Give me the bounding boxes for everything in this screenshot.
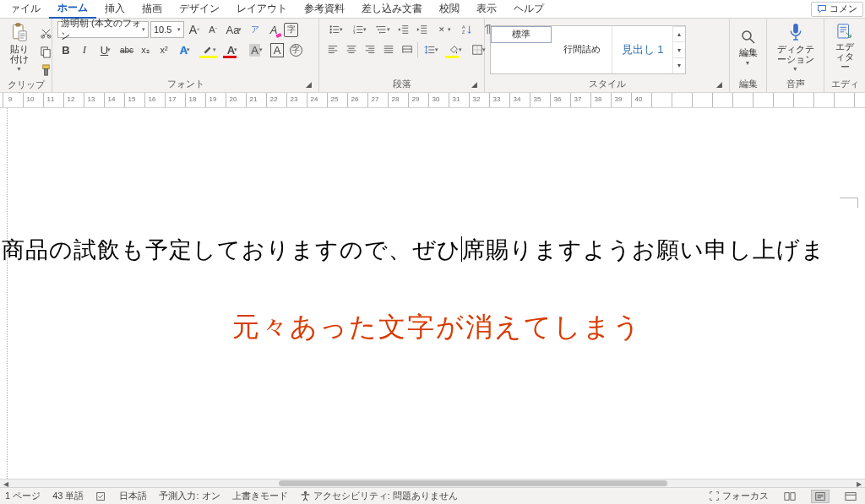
dialog-launcher-icon[interactable]: ◢	[469, 80, 479, 90]
status-page[interactable]: 1 ページ	[5, 490, 41, 502]
tab-design[interactable]: デザイン	[171, 0, 228, 18]
status-overwrite[interactable]: 上書きモード	[232, 490, 288, 502]
tab-help[interactable]: ヘルプ	[505, 0, 552, 18]
style-gallery-scroll[interactable]: ▴ ▾ ▾	[673, 26, 685, 73]
tab-draw[interactable]: 描画	[133, 0, 171, 18]
tab-layout[interactable]: レイアウト	[228, 0, 296, 18]
cut-button[interactable]	[37, 24, 54, 41]
editing-button[interactable]: 編集 ▼	[734, 21, 763, 73]
dictation-label: ディクテーション	[775, 44, 816, 64]
chevron-down-icon: ▾	[177, 26, 181, 33]
align-center-button[interactable]	[343, 41, 360, 58]
highlight-button[interactable]: ▾	[198, 41, 220, 58]
dialog-launcher-icon[interactable]: ◢	[303, 80, 313, 90]
clear-format-button[interactable]: A	[265, 21, 282, 38]
chevron-down-icon[interactable]: ▾	[673, 41, 685, 57]
svg-point-10	[329, 25, 331, 27]
tab-insert[interactable]: 挿入	[96, 0, 133, 18]
italic-button[interactable]: I	[76, 41, 93, 58]
paste-icon	[9, 23, 30, 42]
font-name-select[interactable]: 游明朝 (本文のフォン▾	[57, 21, 149, 38]
line-spacing-button[interactable]: ▾	[420, 41, 442, 58]
group-editing: 編集 ▼ 編集	[730, 19, 767, 92]
svg-text:✕: ✕	[438, 25, 444, 34]
style-heading1[interactable]: 見出し 1	[612, 26, 673, 73]
svg-rect-8	[44, 68, 47, 75]
char-border-button[interactable]: A	[269, 41, 286, 58]
text-direction-button[interactable]: ✕▾	[432, 21, 454, 38]
shading-button[interactable]: ▾	[443, 41, 465, 58]
svg-text:3: 3	[352, 30, 355, 35]
chevron-up-icon[interactable]: ▴	[673, 26, 685, 42]
distribute-button[interactable]	[399, 41, 416, 58]
format-painter-button[interactable]	[37, 62, 54, 79]
svg-point-17	[378, 29, 379, 30]
dialog-launcher-icon[interactable]: ◢	[714, 80, 724, 90]
circled-char-button[interactable]: 字	[287, 41, 304, 58]
svg-rect-6	[43, 49, 50, 57]
numbering-button[interactable]: 123▾	[348, 21, 370, 38]
font-size-select[interactable]: 10.5▾	[150, 21, 184, 38]
status-words[interactable]: 43 単語	[52, 490, 84, 502]
tab-home[interactable]: ホーム	[49, 0, 96, 19]
strike-button[interactable]: abc	[118, 41, 135, 58]
svg-rect-7	[42, 64, 49, 68]
shrink-font-button[interactable]: Aˇ	[204, 21, 221, 38]
horizontal-scrollbar[interactable]: ◀ ▶	[0, 479, 865, 487]
grow-font-button[interactable]: A^	[186, 21, 203, 38]
tab-view[interactable]: 表示	[468, 0, 505, 18]
dictation-button[interactable]: ディクテーション ▼	[772, 21, 819, 73]
status-accessibility[interactable]: アクセシビリティ: 問題ありません	[300, 490, 458, 502]
view-web-button[interactable]	[841, 490, 860, 503]
char-shading-button[interactable]: A▾	[245, 41, 267, 58]
align-right-button[interactable]	[362, 41, 378, 58]
tab-references[interactable]: 参考資料	[296, 0, 353, 18]
justify-button[interactable]	[380, 41, 397, 58]
ruler[interactable]: 9101112131415161718192021222324252627282…	[0, 93, 865, 108]
font-color-button[interactable]: A▾	[221, 41, 243, 58]
paste-button[interactable]: 貼り付け ▼	[5, 21, 34, 73]
bold-button[interactable]: B	[57, 41, 74, 58]
ruby-button[interactable]: ア	[247, 21, 264, 38]
sort-button[interactable]: AZ	[456, 21, 478, 38]
tab-mailings[interactable]: 差し込み文書	[353, 0, 431, 18]
status-predict[interactable]: 予測入力: オン	[159, 490, 220, 502]
align-left-button[interactable]	[324, 41, 341, 58]
bullets-button[interactable]: ▾	[324, 21, 346, 38]
group-clipboard: 貼り付け ▼ クリップボード◢	[0, 19, 52, 92]
view-print-button[interactable]	[811, 490, 830, 503]
change-case-button[interactable]: Aa▾	[223, 21, 245, 38]
svg-point-16	[376, 26, 378, 28]
editor-button[interactable]: エディター	[830, 21, 860, 73]
enclose-button[interactable]: 字	[284, 23, 298, 37]
copy-icon	[40, 46, 52, 58]
document-text[interactable]: 商品の試飲も予定しておりますので、ぜひ席賜りますようお願い申し上げま	[2, 235, 862, 265]
document-area[interactable]: 商品の試飲も予定しておりますので、ぜひ席賜りますようお願い申し上げま 元々あった…	[0, 108, 865, 480]
text-effects-button[interactable]: A▾	[174, 41, 196, 58]
tab-file[interactable]: ァイル	[2, 0, 49, 18]
gallery-expand-icon[interactable]: ▾	[673, 57, 685, 73]
subscript-button[interactable]: x₂	[137, 41, 154, 58]
underline-button[interactable]: U▾	[95, 41, 117, 58]
paste-label: 貼り付け	[8, 44, 31, 64]
status-spellcheck-icon[interactable]	[95, 490, 107, 502]
comment-button[interactable]: コメン	[811, 2, 863, 17]
decrease-indent-button[interactable]	[395, 21, 412, 38]
group-font: 游明朝 (本文のフォン▾ 10.5▾ A^ Aˇ Aa▾ ア A 字 B I U…	[52, 19, 319, 92]
scrollbar-thumb[interactable]	[279, 480, 667, 486]
margin-guide	[7, 108, 8, 480]
multilevel-button[interactable]: ▾	[372, 21, 394, 38]
copy-button[interactable]	[37, 43, 54, 60]
superscript-button[interactable]: x²	[155, 41, 172, 58]
status-lang[interactable]: 日本語	[119, 490, 147, 502]
style-nospace[interactable]: 行間詰め	[552, 26, 612, 73]
ribbon: 貼り付け ▼ クリップボード◢ 游明朝 (本文のフォン▾ 10.5▾ A^ Aˇ…	[0, 19, 865, 93]
increase-indent-button[interactable]	[414, 21, 431, 38]
view-read-button[interactable]	[781, 490, 799, 503]
style-normal[interactable]: 標準	[491, 26, 552, 43]
group-voice-label: 音声	[786, 79, 805, 89]
tab-review[interactable]: 校閲	[431, 0, 468, 18]
status-focus[interactable]: フォーカス	[709, 490, 769, 502]
group-font-label: フォント	[167, 79, 204, 89]
svg-rect-1	[16, 24, 20, 26]
